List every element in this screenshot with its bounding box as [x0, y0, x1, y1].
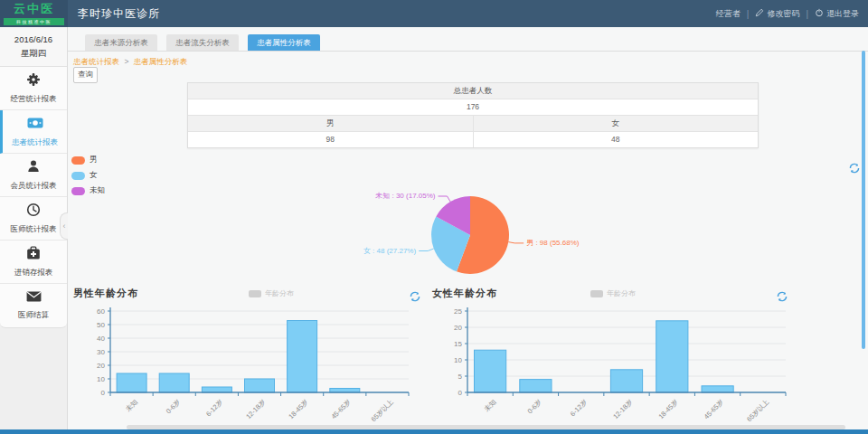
change-password-link[interactable]: 修改密码	[755, 8, 799, 20]
date-box: 2016/6/16 星期四	[0, 27, 67, 67]
refresh-icon[interactable]	[849, 161, 860, 172]
report-tabs: 患者来源分析表 患者流失分析表 患者属性分析表	[85, 34, 320, 51]
gender-pie-chart: 男 : 98 (55.68%)女 : 48 (27.27%)未知 : 30 (1…	[339, 177, 592, 284]
table-row: 98 48	[188, 132, 758, 147]
svg-text:20: 20	[454, 324, 462, 332]
legend-label: 年龄分布	[265, 288, 294, 298]
svg-text:未知 : 30 (17.05%): 未知 : 30 (17.05%)	[374, 192, 436, 200]
breadcrumb-current: 患者属性分析表	[134, 57, 188, 66]
sidebar-item-doctor-settlement[interactable]: 医师结算	[0, 284, 67, 327]
sidebar-item-member-report[interactable]: 会员统计报表	[0, 154, 67, 197]
sidebar-item-label: 经营统计报表	[11, 94, 57, 105]
sidebar-item-patient-report[interactable]: 患者统计报表	[0, 110, 67, 154]
bottom-accent-bar	[0, 429, 868, 434]
svg-text:30: 30	[97, 348, 105, 356]
table-row: 176	[188, 99, 758, 116]
male-header: 男	[188, 116, 473, 131]
breadcrumb-parent[interactable]: 患者统计报表	[73, 57, 119, 66]
svg-text:5: 5	[458, 373, 463, 381]
svg-text:65岁以上: 65岁以上	[370, 398, 396, 424]
legend-item-unknown[interactable]: 未知	[71, 185, 105, 196]
svg-text:40: 40	[97, 335, 105, 343]
change-password-label: 修改密码	[767, 8, 799, 20]
sidebar-item-label: 医师统计报表	[11, 224, 57, 235]
table-row: 男 女	[188, 116, 758, 132]
svg-text:45-65岁: 45-65岁	[703, 398, 725, 420]
top-header: 云中医 科技精准中医 李时珍中医诊所 经营者 | 修改密码 | 退出登录	[0, 0, 868, 27]
svg-text:12-18岁: 12-18岁	[611, 398, 634, 420]
query-button[interactable]: 查询	[73, 67, 98, 83]
svg-text:60: 60	[97, 307, 105, 316]
svg-text:18-45岁: 18-45岁	[656, 398, 679, 420]
sidebar-item-label: 会员统计报表	[11, 181, 57, 192]
total-patients-value: 176	[188, 99, 758, 115]
legend-label: 男	[90, 155, 98, 165]
patient-summary-table: 总患者人数 176 男 女 98 48	[187, 82, 759, 148]
patient-report-icon	[27, 116, 43, 134]
female-age-bar-chart: 0510152025未知0-6岁6-12岁12-18岁18-45岁45-65岁6…	[428, 304, 800, 430]
female-age-chart-title: 女性年龄分布	[432, 287, 497, 300]
gear-icon	[26, 72, 41, 90]
legend-marker-female	[71, 172, 85, 180]
logout-link[interactable]: 退出登录	[815, 8, 859, 20]
refresh-icon[interactable]	[410, 289, 420, 300]
power-icon	[815, 8, 824, 19]
sidebar-item-doctor-report[interactable]: 医师统计报表	[0, 197, 67, 241]
logo-text: 云中医	[0, 0, 68, 17]
clock-icon	[26, 203, 41, 221]
current-date: 2016/6/16	[0, 33, 67, 46]
svg-text:0-6岁: 0-6岁	[165, 398, 182, 415]
svg-text:未知: 未知	[483, 398, 498, 413]
female-header: 女	[473, 116, 759, 131]
tab-patient-attribute[interactable]: 患者属性分析表	[248, 34, 320, 51]
user-role-label: 经营者	[716, 8, 741, 20]
svg-text:12-18岁: 12-18岁	[244, 398, 267, 420]
legend-label: 未知	[90, 185, 105, 196]
svg-text:男 : 98 (55.68%): 男 : 98 (55.68%)	[526, 239, 580, 247]
total-patients-header: 总患者人数	[188, 83, 758, 99]
svg-text:20: 20	[97, 362, 105, 370]
member-icon	[26, 159, 41, 177]
svg-text:45-65岁: 45-65岁	[329, 398, 352, 420]
refresh-icon[interactable]	[777, 289, 788, 300]
svg-text:15: 15	[454, 340, 462, 348]
svg-text:6-12岁: 6-12岁	[204, 398, 224, 418]
tab-patient-churn[interactable]: 患者流失分析表	[166, 34, 239, 51]
svg-text:10: 10	[454, 356, 462, 364]
sidebar-item-label: 医师结算	[18, 310, 49, 321]
legend-marker-age	[590, 290, 603, 297]
svg-text:6-12岁: 6-12岁	[569, 398, 589, 418]
sidebar-collapse-handle[interactable]: ‹	[60, 212, 68, 240]
sidebar-item-inventory-report[interactable]: 进销存报表	[0, 241, 67, 284]
tab-patient-source[interactable]: 患者来源分析表	[85, 34, 157, 51]
female-age-chart-legend[interactable]: 年龄分布	[590, 288, 636, 298]
male-age-chart-legend[interactable]: 年龄分布	[249, 288, 294, 298]
legend-marker-male	[71, 156, 85, 165]
sidebar-item-label: 患者统计报表	[12, 137, 58, 148]
app-window: 云中医 科技精准中医 李时珍中医诊所 经营者 | 修改密码 | 退出登录 201…	[0, 0, 868, 434]
header-user-menu: 经营者 | 修改密码 | 退出登录	[716, 0, 859, 27]
male-age-chart-title: 男性年龄分布	[73, 287, 138, 300]
legend-marker-unknown	[71, 187, 85, 195]
legend-item-male[interactable]: 男	[71, 155, 105, 165]
pencil-icon	[755, 8, 764, 19]
tab-underline	[68, 51, 868, 52]
mail-icon	[26, 290, 42, 307]
app-logo[interactable]: 云中医 科技精准中医	[0, 0, 68, 27]
sidebar: 2016/6/16 星期四 经营统计报表 患者统计报表 会员统计报表	[0, 27, 68, 434]
legend-item-female[interactable]: 女	[71, 170, 105, 181]
clinic-name: 李时珍中医诊所	[78, 0, 160, 27]
sidebar-nav: 经营统计报表 患者统计报表 会员统计报表 医师统计报表	[0, 67, 67, 328]
vertical-scrollbar[interactable]	[862, 51, 865, 349]
sidebar-item-business-report[interactable]: 经营统计报表	[0, 67, 67, 110]
svg-text:0-6岁: 0-6岁	[526, 398, 543, 415]
pie-legend: 男 女 未知	[71, 155, 105, 196]
main-content: 患者来源分析表 患者流失分析表 患者属性分析表 患者统计报表 > 患者属性分析表…	[68, 27, 868, 434]
legend-marker-age	[249, 290, 261, 297]
legend-label: 年龄分布	[607, 288, 636, 298]
logo-subtitle: 科技精准中医	[4, 18, 64, 25]
male-count: 98	[188, 132, 473, 147]
table-row: 总患者人数	[188, 83, 758, 99]
legend-label: 女	[90, 170, 98, 181]
svg-text:65岁以上: 65岁以上	[745, 398, 771, 424]
